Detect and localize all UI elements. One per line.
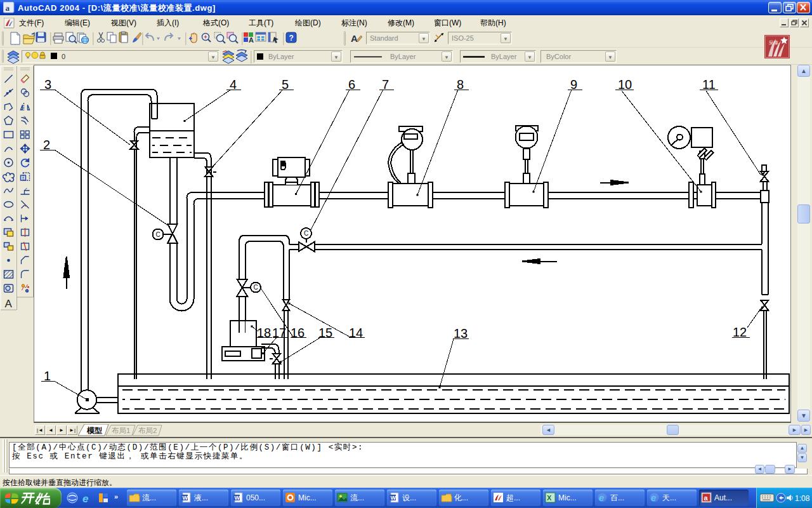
svg-text:W: W	[391, 495, 396, 501]
svg-text:X: X	[547, 494, 552, 502]
svg-text:C: C	[254, 284, 258, 291]
svg-text:»: »	[114, 493, 118, 500]
svg-text:6: 6	[348, 77, 355, 91]
svg-text:C: C	[156, 231, 160, 238]
svg-text:A: A	[351, 33, 358, 44]
svg-text:W: W	[183, 495, 188, 501]
svg-text:?: ?	[289, 34, 294, 43]
svg-text:e: e	[651, 492, 656, 503]
svg-text:C: C	[304, 230, 308, 237]
svg-text:13: 13	[454, 326, 468, 340]
svg-text:布局2: 布局2	[138, 427, 157, 434]
svg-text:9: 9	[570, 77, 577, 91]
svg-text:12: 12	[733, 325, 747, 339]
svg-text:1: 1	[44, 369, 51, 383]
svg-text:3: 3	[44, 77, 51, 91]
svg-text:A: A	[249, 36, 254, 44]
svg-text:7: 7	[382, 77, 389, 91]
svg-text:A: A	[5, 298, 13, 310]
svg-text:8: 8	[457, 77, 464, 91]
svg-text:W: W	[235, 495, 240, 501]
svg-text:e: e	[599, 492, 604, 503]
svg-text:17: 17	[272, 326, 286, 340]
svg-text:a: a	[6, 3, 10, 13]
svg-text:4: 4	[230, 77, 237, 91]
svg-text:e: e	[82, 493, 88, 505]
svg-text:a: a	[704, 494, 709, 502]
svg-text:10: 10	[618, 77, 632, 91]
svg-text:18: 18	[257, 326, 271, 340]
svg-text:布局1: 布局1	[112, 427, 130, 434]
svg-text:5: 5	[282, 77, 289, 91]
svg-text:15: 15	[318, 326, 332, 340]
svg-text:采集: 采集	[768, 40, 779, 46]
svg-text:14: 14	[349, 326, 363, 340]
svg-text:模型: 模型	[86, 426, 102, 435]
svg-text:2: 2	[43, 138, 50, 152]
svg-text:16: 16	[291, 326, 304, 340]
svg-text:11: 11	[702, 77, 716, 91]
